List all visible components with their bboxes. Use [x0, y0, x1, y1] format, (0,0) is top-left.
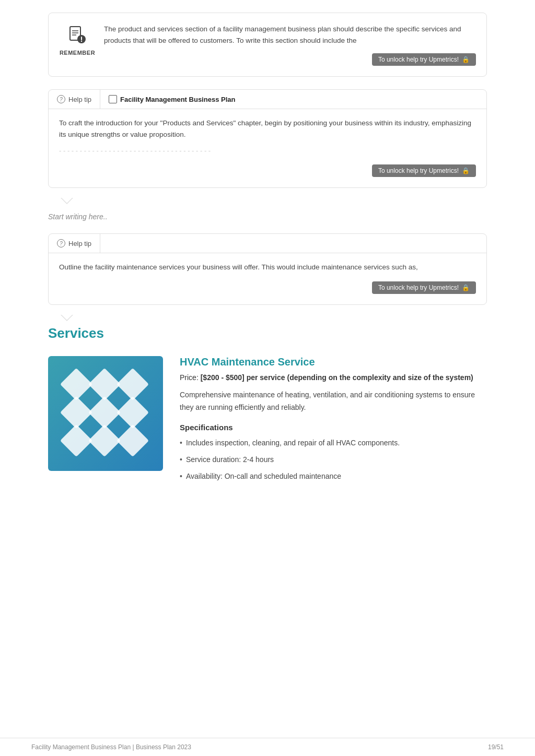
- help-tip-text-1: To craft the introduction for your "Prod…: [59, 117, 476, 141]
- services-title: Services: [48, 325, 487, 341]
- help-tip-body-1: To craft the introduction for your "Prod…: [49, 109, 486, 187]
- remember-unlock-button[interactable]: To unlock help try Upmetrics! 🔒: [372, 53, 476, 66]
- specs-title-1: Specifications: [180, 423, 487, 432]
- price-label: Price:: [180, 373, 199, 382]
- service-description-1: Comprehensive maintenance of heating, ve…: [180, 389, 487, 413]
- help-tip-label-2: Help tip: [68, 240, 91, 247]
- remember-label: REMEMBER: [60, 50, 95, 56]
- diamond-8: [88, 424, 121, 457]
- diamond-2: [88, 368, 121, 400]
- help-tip-blurred-1: - - - - - - - - - - - - - - - - - - - - …: [59, 145, 476, 156]
- card-arrow-1: [61, 198, 73, 204]
- service-price-1: Price: [$200 - $500] per service (depend…: [180, 373, 487, 382]
- help-tip-header-2: ? Help tip: [49, 234, 486, 253]
- page-footer: Facility Management Business Plan | Busi…: [0, 738, 535, 756]
- lock-icon-3: 🔒: [462, 284, 470, 291]
- card-arrow-2: [61, 315, 73, 321]
- help-tip-header-1: ? Help tip Facility Management Business …: [49, 90, 486, 109]
- remember-unlock-label: To unlock help try Upmetrics!: [378, 56, 459, 63]
- lock-icon-2: 🔒: [462, 167, 470, 174]
- remember-box: REMEMBER The product and services sectio…: [48, 13, 487, 77]
- price-value: [$200 - $500] per service (depending on …: [201, 373, 473, 382]
- diamond-6: [117, 396, 149, 429]
- diamond-7: [60, 424, 92, 457]
- doc-tab-label-1: Facility Management Business Plan: [120, 96, 235, 103]
- help-tip-tab-1[interactable]: ? Help tip: [49, 90, 100, 109]
- diamond-1: [60, 368, 92, 400]
- remember-icon-block: REMEMBER: [59, 23, 96, 56]
- help-tip-unlock-button-1[interactable]: To unlock help try Upmetrics! 🔒: [372, 164, 476, 177]
- help-tip-label-1: Help tip: [68, 96, 91, 103]
- help-tip-unlock-label-2: To unlock help try Upmetrics!: [378, 284, 459, 291]
- help-tip-icon-2: ?: [57, 239, 65, 247]
- help-tip-unlock-label-1: To unlock help try Upmetrics!: [378, 167, 459, 174]
- service-name-1: HVAC Maintenance Service: [180, 356, 487, 368]
- doc-tab-icon-1: [109, 95, 117, 103]
- remember-text: The product and services section of a fa…: [104, 23, 476, 46]
- spec-item-1: Includes inspection, cleaning, and repai…: [180, 437, 487, 448]
- service-card-1: HVAC Maintenance Service Price: [$200 - …: [48, 356, 487, 487]
- spec-item-3: Availability: On-call and scheduled main…: [180, 470, 487, 482]
- diamond-9: [117, 424, 149, 457]
- diamond-4: [60, 396, 92, 429]
- start-writing-text[interactable]: Start writing here..: [48, 212, 487, 221]
- diamond-3: [117, 368, 149, 400]
- diamond-5: [88, 396, 121, 429]
- spec-list-1: Includes inspection, cleaning, and repai…: [180, 437, 487, 482]
- help-tip-card-1: ? Help tip Facility Management Business …: [48, 89, 487, 188]
- service-image-1: [48, 356, 163, 471]
- help-tip-unlock-button-2[interactable]: To unlock help try Upmetrics! 🔒: [372, 281, 476, 294]
- remember-icon: [66, 23, 89, 46]
- help-tip-body-2: Outline the facility maintenance service…: [49, 253, 486, 304]
- lock-icon: 🔒: [462, 56, 470, 63]
- service-content-1: HVAC Maintenance Service Price: [$200 - …: [180, 356, 487, 487]
- help-tip-card-2: ? Help tip Outline the facility maintena…: [48, 233, 487, 305]
- help-tip-icon-1: ?: [57, 95, 65, 103]
- footer-left: Facility Management Business Plan | Busi…: [31, 743, 191, 751]
- help-tip-tab-2[interactable]: ? Help tip: [49, 234, 100, 253]
- help-tip-text-2: Outline the facility maintenance service…: [59, 262, 476, 273]
- footer-right: 19/51: [488, 743, 504, 751]
- svg-point-6: [81, 41, 82, 42]
- diamond-grid: [65, 373, 146, 454]
- doc-tab-1[interactable]: Facility Management Business Plan: [100, 90, 243, 109]
- spec-item-2: Service duration: 2-4 hours: [180, 454, 487, 465]
